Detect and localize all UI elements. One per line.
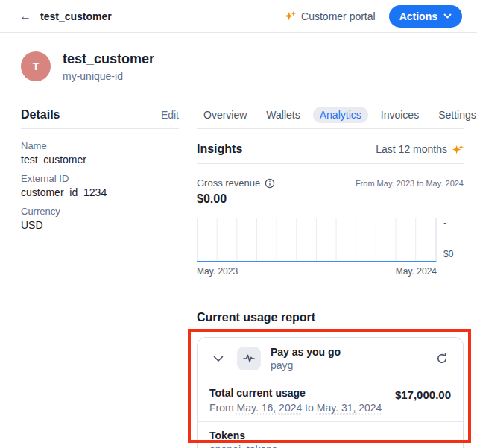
tab-bar: Overview Wallets Analytics Invoices Sett…: [197, 106, 464, 124]
customer-portal-button[interactable]: Customer portal: [285, 10, 376, 22]
usage-item-row: Tokens openai_tokens: [198, 421, 463, 448]
usage-item-code: openai_tokens: [209, 444, 451, 448]
chevron-down-icon: [213, 356, 224, 362]
info-icon[interactable]: [265, 178, 275, 189]
insights-heading: Insights: [197, 142, 242, 156]
customer-detail-page: ← test_customer Customer portal Actions …: [0, 0, 477, 448]
y-tick-top: -: [443, 218, 446, 228]
period-to-label: to: [305, 402, 314, 414]
tab-invoices[interactable]: Invoices: [374, 107, 426, 123]
field-external-id: External ID customer_id_1234: [21, 173, 179, 198]
gross-revenue-range: From May. 2023 to May. 2024: [356, 179, 464, 188]
refresh-button[interactable]: [433, 350, 451, 367]
total-usage-texts: Total current usage From May. 16, 2024 t…: [209, 387, 382, 414]
tab-settings[interactable]: Settings: [432, 107, 477, 123]
details-heading: Details: [21, 108, 60, 122]
customer-identity: test_customer my-unique-id: [63, 51, 154, 82]
field-label: Currency: [21, 206, 179, 217]
field-label: External ID: [21, 173, 179, 184]
plan-icon-box: [237, 347, 261, 370]
pulse-icon: [243, 353, 255, 365]
period-label: Last 12 months: [376, 143, 447, 155]
gross-revenue-label: Gross revenue: [197, 177, 260, 189]
total-usage-amount: $17,000.00: [395, 388, 451, 401]
gross-revenue-block: Gross revenue From May. 2023 to May. 202…: [197, 177, 464, 285]
tab-analytics[interactable]: Analytics: [313, 107, 368, 123]
refresh-icon: [436, 353, 448, 365]
customer-name: test_customer: [63, 51, 154, 67]
chart-x-axis: May. 2023 May. 2024: [197, 266, 437, 277]
details-panel: Details Edit Name test_customer External…: [21, 106, 179, 231]
total-usage-label: Total current usage: [209, 387, 382, 399]
chevron-down-icon: [443, 13, 452, 19]
top-bar: ← test_customer Customer portal Actions: [0, 0, 477, 33]
tab-overview[interactable]: Overview: [197, 107, 253, 123]
edit-details-button[interactable]: Edit: [161, 109, 179, 121]
usage-card-holder: Pay as you go payg Total current usag: [197, 337, 464, 448]
chart-y-axis: - $0: [437, 218, 464, 262]
field-label: Name: [21, 140, 179, 151]
field-value: USD: [21, 219, 179, 231]
customer-unique-id: my-unique-id: [63, 70, 154, 82]
period-from-label: From: [209, 402, 234, 414]
gross-revenue-value: $0.00: [197, 192, 464, 206]
tabs-divider: [197, 128, 464, 129]
plan-code: payg: [271, 359, 341, 371]
period-selector[interactable]: Last 12 months: [376, 143, 464, 155]
collapse-toggle-button[interactable]: [209, 350, 227, 367]
plan-name: Pay as you go: [271, 346, 341, 358]
customer-portal-label: Customer portal: [301, 10, 376, 22]
field-name: Name test_customer: [21, 140, 179, 165]
topbar-actions: Customer portal Actions: [285, 5, 462, 28]
topbar-title: test_customer: [40, 10, 112, 22]
usage-report-heading: Current usage report: [197, 311, 464, 326]
main-content: Details Edit Name test_customer External…: [21, 106, 464, 448]
period-end-date[interactable]: May. 31, 2024: [317, 402, 382, 414]
usage-period: From May. 16, 2024 to May. 31, 2024: [209, 402, 382, 414]
customer-header: T test_customer my-unique-id: [21, 51, 456, 82]
x-tick-right: May. 2024: [396, 266, 437, 277]
details-fields: Name test_customer External ID customer_…: [21, 140, 179, 231]
sparkle-icon: [452, 144, 464, 155]
chart-plot-area: [197, 218, 437, 262]
usage-item-name: Tokens: [209, 429, 451, 441]
tab-wallets[interactable]: Wallets: [259, 107, 306, 123]
insights-divider: [197, 163, 464, 164]
plan-header-row: Pay as you go payg: [198, 338, 463, 379]
period-start-date[interactable]: May. 16, 2024: [237, 402, 303, 414]
field-value: test_customer: [21, 154, 179, 165]
gross-revenue-chart: - $0: [197, 218, 464, 262]
actions-button[interactable]: Actions: [389, 5, 462, 28]
details-divider: [21, 128, 179, 129]
total-usage-row: Total current usage From May. 16, 2024 t…: [198, 379, 463, 421]
x-tick-left: May. 2023: [197, 266, 238, 277]
sparkle-icon: [285, 10, 296, 22]
back-arrow-icon: ←: [19, 10, 31, 23]
usage-plan-card: Pay as you go payg Total current usag: [197, 337, 464, 448]
field-currency: Currency USD: [21, 206, 179, 231]
field-value: customer_id_1234: [21, 186, 179, 198]
y-tick-bottom: $0: [443, 249, 453, 259]
back-button[interactable]: ←: [15, 6, 36, 27]
actions-label: Actions: [399, 10, 437, 22]
content-panel: Overview Wallets Analytics Invoices Sett…: [197, 106, 464, 448]
chart-section-divider: [197, 285, 464, 285]
avatar: T: [21, 51, 51, 81]
